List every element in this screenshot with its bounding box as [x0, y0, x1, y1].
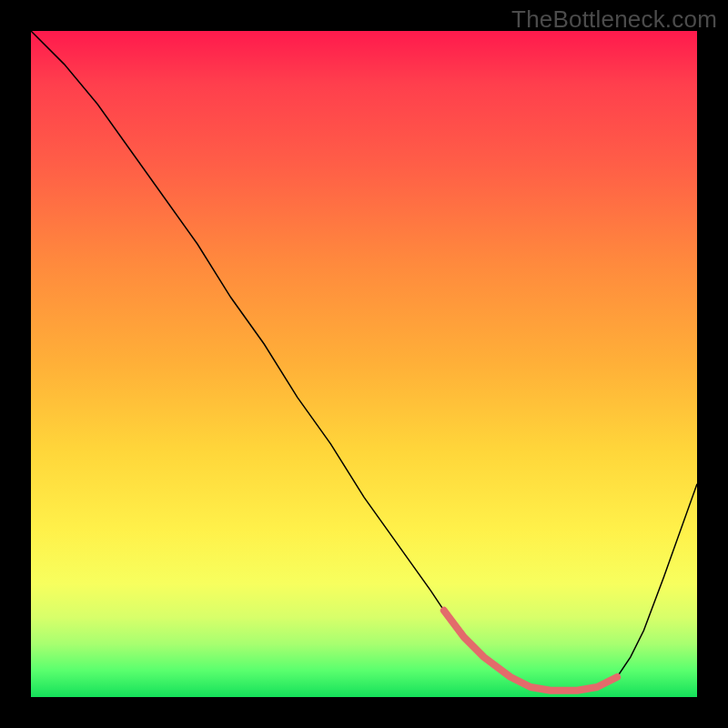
- watermark-text: TheBottleneck.com: [511, 5, 717, 34]
- valley-highlight-path: [444, 611, 617, 691]
- plot-area: [31, 31, 697, 697]
- chart-container: TheBottleneck.com: [0, 0, 728, 728]
- bottleneck-curve-path: [31, 31, 697, 691]
- curve-overlay: [31, 31, 697, 697]
